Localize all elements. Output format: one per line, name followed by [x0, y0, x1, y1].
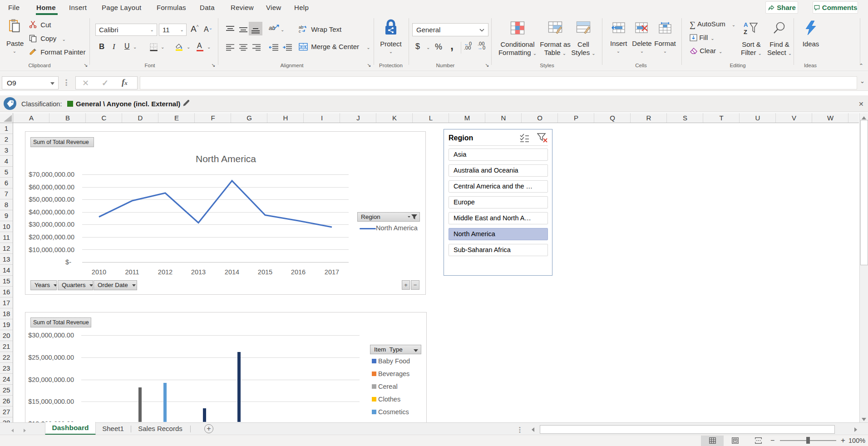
svg-text:Z: Z — [744, 29, 747, 35]
svg-text:A: A — [744, 21, 748, 28]
svg-text:c: c — [299, 29, 301, 34]
